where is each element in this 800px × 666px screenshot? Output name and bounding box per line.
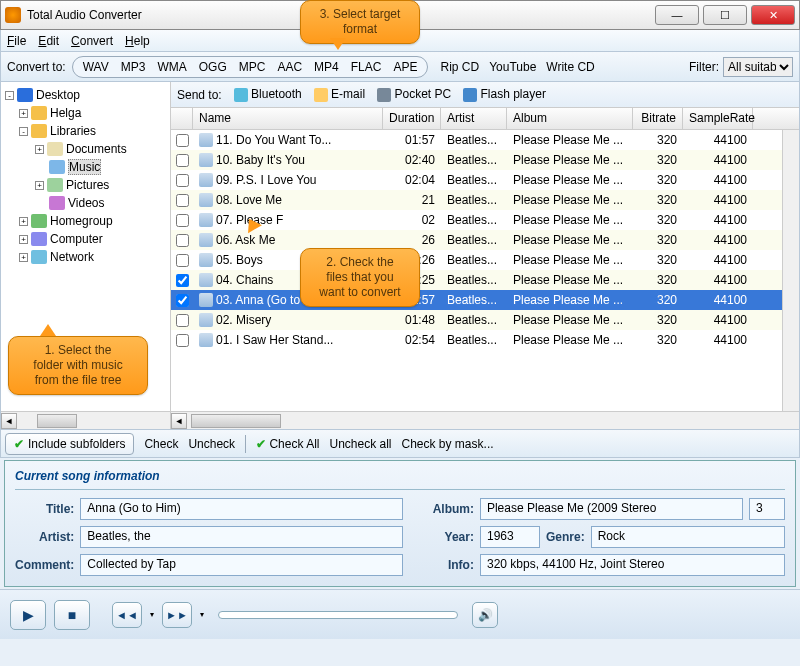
file-row[interactable]: 10. Baby It's You02:40Beatles...Please P… [171, 150, 799, 170]
file-row[interactable]: 03. Anna (Go to Him)02:57Beatles...Pleas… [171, 290, 799, 310]
filter-select[interactable]: All suitab [723, 57, 793, 77]
expander-icon[interactable]: - [5, 91, 14, 100]
col-name[interactable]: Name [193, 108, 383, 129]
tree-label: Network [50, 250, 94, 264]
year-field[interactable]: 1963 [480, 526, 540, 548]
menu-convert[interactable]: Convert [71, 34, 113, 48]
check-by-mask-btn[interactable]: Check by mask... [402, 437, 494, 451]
format-mp3[interactable]: MP3 [115, 60, 152, 74]
callout-3: 3. Select target format [300, 0, 420, 44]
v-scrollbar[interactable] [782, 130, 799, 411]
file-row[interactable]: 07. Please F02Beatles...Please Please Me… [171, 210, 799, 230]
format-wav[interactable]: WAV [77, 60, 115, 74]
row-checkbox[interactable] [176, 134, 189, 147]
file-row[interactable]: 01. I Saw Her Stand...02:54Beatles...Ple… [171, 330, 799, 350]
col-album[interactable]: Album [507, 108, 633, 129]
tree-node[interactable]: -Desktop [5, 86, 166, 104]
volume-button[interactable]: 🔊 [472, 602, 498, 628]
row-checkbox[interactable] [176, 254, 189, 267]
write-cd[interactable]: Write CD [546, 60, 594, 74]
rip-cd[interactable]: Rip CD [440, 60, 479, 74]
expander-icon[interactable]: + [19, 217, 28, 226]
col-artist[interactable]: Artist [441, 108, 507, 129]
tree-node[interactable]: -Libraries [5, 122, 166, 140]
seek-track[interactable] [218, 611, 458, 619]
tree-node[interactable]: Videos [5, 194, 166, 212]
sendto-pocketpc[interactable]: Pocket PC [377, 87, 451, 102]
row-checkbox[interactable] [176, 174, 189, 187]
row-checkbox[interactable] [176, 154, 189, 167]
genre-field[interactable]: Rock [591, 526, 785, 548]
title-field[interactable]: Anna (Go to Him) [80, 498, 402, 520]
menu-file[interactable]: File [7, 34, 26, 48]
row-checkbox[interactable] [176, 274, 189, 287]
col-samplerate[interactable]: SampleRate [683, 108, 753, 129]
tree-node[interactable]: +Computer [5, 230, 166, 248]
maximize-button[interactable]: ☐ [703, 5, 747, 25]
artist: Beatles... [441, 273, 507, 287]
format-mp4[interactable]: MP4 [308, 60, 345, 74]
file-row[interactable]: 05. Boys02:26Beatles...Please Please Me … [171, 250, 799, 270]
col-duration[interactable]: Duration [383, 108, 441, 129]
track-field[interactable]: 3 [749, 498, 785, 520]
format-mpc[interactable]: MPC [233, 60, 272, 74]
tree-node[interactable]: +Homegroup [5, 212, 166, 230]
expander-icon[interactable]: + [35, 145, 44, 154]
next-button[interactable]: ►► [162, 602, 192, 628]
file-row[interactable]: 04. Chains02:25Beatles...Please Please M… [171, 270, 799, 290]
tree-node[interactable]: +Helga [5, 104, 166, 122]
include-subfolders[interactable]: ✔Include subfolders [5, 433, 134, 455]
row-checkbox[interactable] [176, 194, 189, 207]
play-button[interactable]: ▶ [10, 600, 46, 630]
row-checkbox[interactable] [176, 314, 189, 327]
file-row[interactable]: 02. Misery01:48Beatles...Please Please M… [171, 310, 799, 330]
format-ape[interactable]: APE [387, 60, 423, 74]
uncheckall-btn[interactable]: Uncheck all [329, 437, 391, 451]
prev-button[interactable]: ◄◄ [112, 602, 142, 628]
format-flac[interactable]: FLAC [345, 60, 388, 74]
file-row[interactable]: 08. Love Me21Beatles...Please Please Me … [171, 190, 799, 210]
file-rows: 11. Do You Want To...01:57Beatles...Plea… [171, 130, 799, 411]
file-row[interactable]: 06. Ask Me26Beatles...Please Please Me .… [171, 230, 799, 250]
artist-field[interactable]: Beatles, the [80, 526, 402, 548]
stop-button[interactable]: ■ [54, 600, 90, 630]
h-scrollbar[interactable]: ◄ [171, 411, 799, 429]
album: Please Please Me ... [507, 233, 633, 247]
tree-node[interactable]: +Pictures [5, 176, 166, 194]
tree-node[interactable]: +Documents [5, 140, 166, 158]
sendto-email[interactable]: E-mail [314, 87, 365, 102]
col-bitrate[interactable]: Bitrate [633, 108, 683, 129]
row-checkbox[interactable] [176, 294, 189, 307]
file-row[interactable]: 11. Do You Want To...01:57Beatles...Plea… [171, 130, 799, 150]
expander-icon[interactable]: - [19, 127, 28, 136]
tree-node[interactable]: +Network [5, 248, 166, 266]
sendto-flash[interactable]: Flash player [463, 87, 546, 102]
expander-icon[interactable]: + [19, 109, 28, 118]
bitrate: 320 [633, 213, 683, 227]
folder-icon [49, 160, 65, 174]
format-ogg[interactable]: OGG [193, 60, 233, 74]
album: Please Please Me ... [507, 153, 633, 167]
comment-field[interactable]: Collected by Tap [80, 554, 402, 576]
expander-icon[interactable]: + [19, 253, 28, 262]
menu-edit[interactable]: Edit [38, 34, 59, 48]
tree-h-scroll[interactable]: ◄ [1, 411, 170, 429]
row-checkbox[interactable] [176, 334, 189, 347]
tree-node[interactable]: Music [5, 158, 166, 176]
format-aac[interactable]: AAC [271, 60, 308, 74]
expander-icon[interactable]: + [35, 181, 44, 190]
close-button[interactable]: ✕ [751, 5, 795, 25]
format-wma[interactable]: WMA [151, 60, 192, 74]
row-checkbox[interactable] [176, 234, 189, 247]
youtube[interactable]: YouTube [489, 60, 536, 74]
expander-icon[interactable]: + [19, 235, 28, 244]
uncheck-btn[interactable]: Uncheck [188, 437, 235, 451]
sendto-bluetooth[interactable]: Bluetooth [234, 87, 302, 102]
checkall-btn[interactable]: ✔ Check All [256, 437, 319, 451]
menu-help[interactable]: Help [125, 34, 150, 48]
minimize-button[interactable]: — [655, 5, 699, 25]
check-btn[interactable]: Check [144, 437, 178, 451]
file-row[interactable]: 09. P.S. I Love You02:04Beatles...Please… [171, 170, 799, 190]
album-field[interactable]: Please Please Me (2009 Stereo [480, 498, 743, 520]
row-checkbox[interactable] [176, 214, 189, 227]
